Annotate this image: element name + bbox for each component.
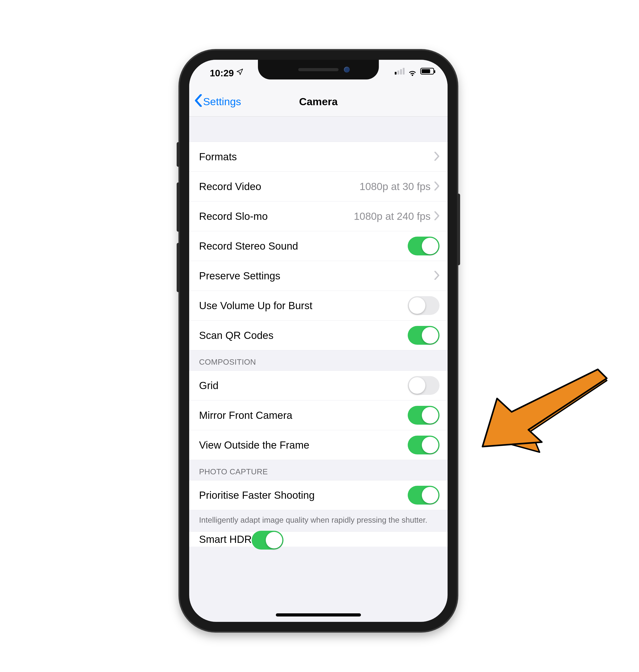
phone-side-button [457,194,460,265]
row-volburst[interactable]: Use Volume Up for Burst [189,291,448,321]
row-label: Scan QR Codes [199,329,408,341]
chevron-right-icon [434,150,439,163]
toggle-outside[interactable] [408,436,439,454]
row-recvideo[interactable]: Record Video1080p at 30 fps [189,172,448,202]
screen: 10:29 Settings [189,60,448,622]
row-detail: 1080p at 30 fps [360,181,434,192]
row-faster[interactable]: Prioritise Faster Shooting [189,480,448,510]
row-qr[interactable]: Scan QR Codes [189,321,448,350]
settings-content[interactable]: FormatsRecord Video1080p at 30 fpsRecord… [189,116,448,547]
back-label: Settings [203,95,241,108]
chevron-right-icon [434,180,439,193]
navigation-bar: Settings Camera [189,87,448,116]
toggle-faster[interactable] [408,486,439,504]
status-time: 10:29 [210,68,234,79]
speaker-grille [298,68,339,71]
row-stereo[interactable]: Record Stereo Sound [189,231,448,261]
row-smart-hdr[interactable]: Smart HDR [189,531,448,547]
row-label: Use Volume Up for Burst [199,299,408,312]
phone-volume-up-button [177,183,180,232]
row-label: Record Video [199,181,360,192]
toggle-smart-hdr[interactable] [252,531,283,549]
row-recslomo[interactable]: Record Slo-mo1080p at 240 fps [189,202,448,231]
section-footer: Intelligently adapt image quality when r… [189,510,448,531]
row-preserve[interactable]: Preserve Settings [189,261,448,291]
row-detail: 1080p at 240 fps [354,210,434,222]
location-services-icon [236,68,244,78]
notch [258,60,379,79]
settings-group: Prioritise Faster Shooting [189,480,448,510]
row-mirror[interactable]: Mirror Front Camera [189,401,448,430]
wifi-icon [408,68,417,75]
phone-volume-down-button [177,243,180,292]
annotation-arrow [472,358,611,452]
chevron-right-icon [434,209,439,223]
battery-icon [420,68,434,75]
section-header: PHOTO CAPTURE [189,463,278,480]
row-label: Grid [199,379,408,391]
toggle-stereo[interactable] [408,237,439,255]
home-indicator[interactable] [276,613,361,616]
row-label: Formats [199,151,434,163]
settings-group: GridMirror Front CameraView Outside the … [189,371,448,460]
toggle-grid[interactable] [408,376,439,395]
row-formats[interactable]: Formats [189,142,448,172]
chevron-right-icon [434,269,439,282]
settings-group: FormatsRecord Video1080p at 30 fpsRecord… [189,142,448,350]
cellular-signal-icon [395,68,405,75]
svg-marker-1 [483,369,607,447]
chevron-left-icon [194,94,202,109]
phone-frame: 10:29 Settings [180,50,457,631]
row-label: Prioritise Faster Shooting [199,489,408,501]
row-outside[interactable]: View Outside the Frame [189,430,448,460]
phone-mute-switch [177,142,180,167]
row-label: Preserve Settings [199,270,434,282]
row-grid[interactable]: Grid [189,371,448,401]
toggle-volburst[interactable] [408,296,439,315]
row-label: Smart HDR [199,533,252,545]
front-camera [344,67,350,73]
back-button[interactable]: Settings [189,94,241,109]
row-label: View Outside the Frame [199,439,408,451]
toggle-qr[interactable] [408,326,439,345]
section-header: COMPOSITION [189,354,266,371]
row-label: Record Slo-mo [199,210,354,222]
row-label: Mirror Front Camera [199,409,408,421]
row-label: Record Stereo Sound [199,240,408,252]
toggle-mirror[interactable] [408,406,439,425]
